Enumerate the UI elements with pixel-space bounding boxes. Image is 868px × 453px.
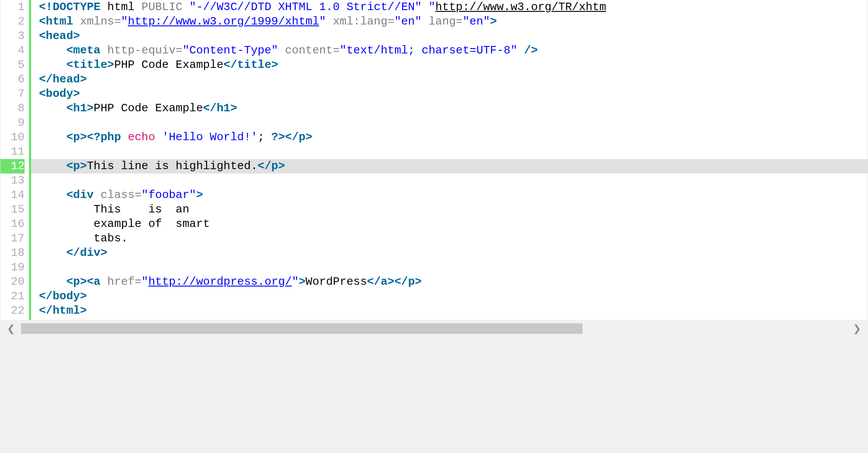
code-area[interactable]: <!DOCTYPE html PUBLIC "-//W3C//DTD XHTML…	[31, 0, 868, 320]
code-token: p	[73, 159, 80, 173]
line-number: 8	[0, 101, 25, 116]
code-token: >	[278, 159, 285, 173]
code-token	[94, 188, 101, 202]
code-token	[517, 44, 524, 57]
code-line[interactable]	[31, 116, 868, 130]
code-token: This line is highlighted.	[87, 159, 258, 173]
code-token: PHP Code Example	[114, 58, 224, 71]
code-token: p	[299, 131, 306, 144]
line-number: 21	[0, 289, 25, 304]
code-line[interactable]: <h1>PHP Code Example</h1>	[31, 101, 868, 116]
code-token: >	[80, 304, 87, 317]
code-token: "-//W3C//DTD XHTML 1.0 Strict//EN"	[189, 0, 422, 14]
code-token: "en"	[394, 15, 421, 28]
scroll-track[interactable]	[21, 323, 847, 334]
code-line[interactable]: This is an	[31, 202, 868, 217]
code-token: >	[388, 275, 395, 288]
code-line[interactable]: <div class="foobar">	[31, 188, 868, 202]
line-number: 13	[0, 173, 25, 188]
code-token: </	[39, 304, 53, 317]
code-line[interactable]: tabs.	[31, 231, 868, 246]
scroll-right-arrow-icon[interactable]: ❯	[850, 321, 864, 337]
code-token: >	[80, 73, 87, 86]
code-line[interactable]	[31, 260, 868, 275]
code-line[interactable]	[31, 173, 868, 188]
code-token: >	[107, 58, 114, 71]
code-token	[278, 44, 285, 57]
code-token: a	[381, 275, 388, 288]
code-token: xmlns	[80, 15, 114, 28]
code-line[interactable]: <meta http-equiv="Content-Type" content=…	[31, 43, 868, 58]
code-token: WordPress	[306, 275, 367, 288]
code-token: PUBLIC	[141, 0, 183, 14]
code-token: class	[100, 188, 134, 202]
code-token: <?php	[87, 131, 128, 144]
code-token: body	[46, 87, 73, 100]
code-line[interactable]: example of smart	[31, 217, 868, 231]
code-token: >	[196, 188, 203, 202]
code-token: "	[428, 0, 435, 14]
code-token: <	[66, 275, 73, 288]
code-line[interactable]	[31, 145, 868, 159]
code-token: href	[107, 275, 134, 288]
code-token: <	[66, 44, 73, 57]
code-token	[39, 58, 66, 71]
code-line[interactable]: <p>This line is highlighted.</p>	[31, 159, 868, 173]
code-token: "	[319, 15, 326, 28]
code-token: <	[66, 102, 73, 115]
code-token: >	[230, 102, 237, 115]
code-line[interactable]: </body>	[31, 289, 868, 304]
line-number: 3	[0, 29, 25, 43]
code-token: p	[408, 275, 415, 288]
code-line[interactable]: <body>	[31, 87, 868, 101]
code-token: "foobar"	[141, 188, 196, 202]
code-token: >	[272, 58, 279, 71]
code-token: >	[415, 275, 422, 288]
code-token: />	[524, 44, 538, 57]
line-number: 18	[0, 246, 25, 260]
code-token	[39, 102, 66, 115]
line-number: 4	[0, 43, 25, 58]
code-token: </	[258, 159, 271, 173]
scroll-thumb[interactable]	[21, 323, 582, 334]
code-token	[100, 275, 107, 288]
code-token: >	[306, 131, 313, 144]
code-token: "	[121, 15, 128, 28]
line-number: 6	[0, 72, 25, 87]
code-line[interactable]: </head>	[31, 72, 868, 87]
code-line[interactable]: <title>PHP Code Example</title>	[31, 58, 868, 72]
line-number: 10	[0, 130, 25, 145]
code-token: <	[39, 15, 46, 28]
code-token: </	[285, 131, 299, 144]
code-token: >	[73, 29, 80, 42]
code-token: >	[490, 15, 497, 28]
code-line[interactable]: <p><a href="http://wordpress.org/">WordP…	[31, 275, 868, 289]
code-token: "en"	[462, 15, 490, 28]
code-token: =	[134, 188, 141, 202]
code-line[interactable]: </html>	[31, 304, 868, 318]
code-token: <	[66, 159, 73, 173]
code-token	[39, 261, 46, 274]
code-line[interactable]: <!DOCTYPE html PUBLIC "-//W3C//DTD XHTML…	[31, 0, 868, 14]
line-number: 19	[0, 260, 25, 275]
code-token: <	[39, 29, 46, 42]
code-token: lang	[428, 15, 455, 28]
line-number-gutter: 12345678910111213141516171819202122	[0, 0, 31, 320]
code-token: </	[203, 102, 217, 115]
code-token: </	[394, 275, 408, 288]
code-line[interactable]: </div>	[31, 246, 868, 260]
code-token: >	[80, 131, 87, 144]
line-number: 14	[0, 188, 25, 202]
scroll-left-arrow-icon[interactable]: ❮	[4, 321, 18, 337]
code-token: >	[80, 159, 87, 173]
code-line[interactable]: <html xmlns="http://www.w3.org/1999/xhtm…	[31, 14, 868, 29]
code-token: "	[141, 275, 148, 288]
code-token: >	[100, 246, 107, 259]
code-line[interactable]: <head>	[31, 29, 868, 43]
code-token	[39, 131, 66, 144]
code-token: <	[66, 188, 73, 202]
line-number: 12	[0, 159, 25, 173]
code-token	[155, 131, 162, 144]
code-line[interactable]: <p><?php echo 'Hello World!'; ?></p>	[31, 130, 868, 145]
code-token: h1	[73, 102, 87, 115]
